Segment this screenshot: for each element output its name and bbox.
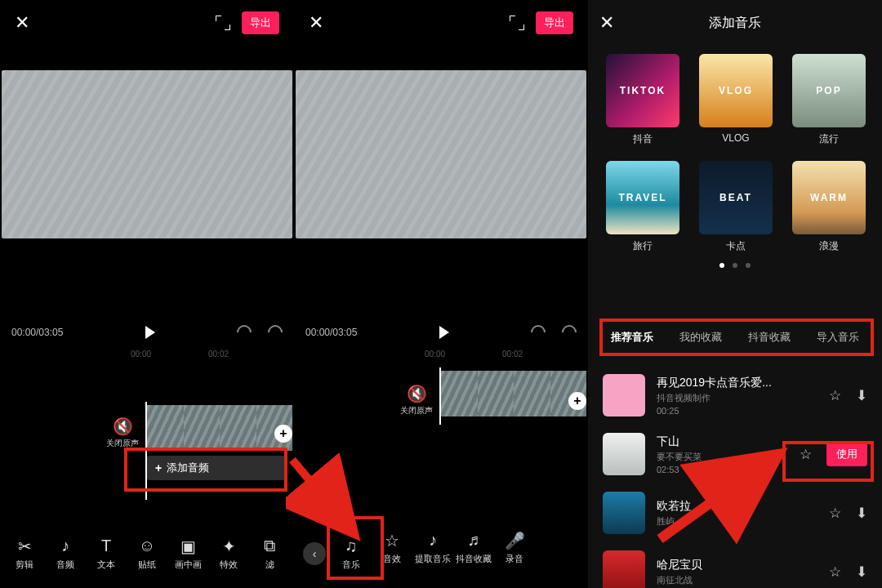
download-icon[interactable]: ⬇ [856, 387, 867, 404]
add-clip-button[interactable]: + [274, 425, 292, 443]
song-row[interactable]: 再见2019卡点音乐爱...抖音视频制作00:25☆⬇ [588, 366, 882, 425]
tool-icon: ⧉ [264, 537, 275, 555]
play-icon[interactable] [439, 326, 449, 339]
star-icon[interactable]: ☆ [829, 505, 841, 522]
song-actions: ☆使用 [800, 442, 867, 466]
clip-thumbnails[interactable] [147, 405, 292, 451]
fullscreen-icon[interactable] [510, 16, 524, 30]
undo-icon[interactable] [528, 322, 548, 342]
song-list[interactable]: 再见2019卡点音乐爱...抖音视频制作00:25☆⬇下山要不要买菜02:53☆… [588, 366, 882, 588]
toolbar-item-音乐[interactable]: ♫音乐 [333, 532, 369, 577]
tool-label: 滤 [265, 559, 274, 571]
toolbar-item-滤[interactable]: ⧉滤 [252, 537, 287, 571]
song-actions: ☆⬇ [829, 564, 867, 581]
mute-label: 关闭原声 [106, 439, 139, 448]
timeline-ruler: 00:00 00:02 [425, 350, 577, 361]
music-tab-我的收藏[interactable]: 我的收藏 [679, 330, 722, 345]
download-icon[interactable]: ⬇ [856, 505, 867, 522]
category-cover: BEAT [699, 161, 773, 234]
bottom-toolbar-main: ✂剪辑♪音频T文本☺贴纸▣画中画✦特效⧉滤 [0, 528, 294, 580]
export-button[interactable]: 导出 [536, 11, 573, 34]
song-info: 欧若拉胜屿 [657, 499, 817, 528]
time-display: 00:00/03:05 [11, 327, 63, 338]
tool-icon: ✂ [18, 537, 32, 555]
video-preview[interactable] [2, 70, 292, 238]
song-row[interactable]: 欧若拉胜屿☆⬇ [588, 483, 882, 542]
editor-screen-1: ✕ 导出 00:00/03:05 00:00 00:02 🔇 关闭原声 [0, 0, 294, 588]
song-artist: 胜屿 [657, 515, 817, 528]
add-audio-label: 添加音频 [167, 461, 209, 475]
mute-original-toggle[interactable]: 🔇 关闭原声 [106, 416, 139, 449]
redo-icon[interactable] [265, 322, 285, 342]
panel-header: ✕ 添加音乐 [588, 0, 882, 46]
tool-icon: ♪ [61, 537, 69, 555]
music-tab-导入音乐[interactable]: 导入音乐 [817, 330, 859, 345]
tool-icon: ✦ [222, 537, 236, 555]
category-label: 旅行 [633, 239, 653, 253]
category-浪漫[interactable]: WARM浪漫 [792, 161, 866, 253]
star-icon[interactable]: ☆ [829, 387, 841, 404]
tool-icon: ♬ [468, 532, 480, 550]
add-music-panel: ✕ 添加音乐 TIKTOK抖音VLOGVLOGPOP流行TRAVEL旅行BEAT… [588, 0, 882, 588]
speaker-icon: 🔇 [400, 384, 433, 403]
category-label: 卡点 [726, 239, 746, 253]
category-流行[interactable]: POP流行 [792, 54, 866, 146]
tool-label: 贴纸 [138, 559, 156, 571]
toolbar-item-抖音收藏[interactable]: ♬抖音收藏 [456, 532, 492, 577]
use-button[interactable]: 使用 [826, 442, 867, 466]
song-title: 再见2019卡点音乐爱... [657, 376, 817, 390]
download-icon[interactable]: ⬇ [856, 564, 867, 581]
time-bar: 00:00/03:05 [294, 320, 588, 345]
toolbar-item-音效[interactable]: ☆音效 [374, 532, 410, 577]
play-icon[interactable] [145, 326, 155, 339]
tool-label: 剪辑 [16, 559, 33, 571]
category-卡点[interactable]: BEAT卡点 [699, 161, 773, 253]
chevron-left-icon: ‹ [303, 542, 326, 565]
star-icon[interactable]: ☆ [829, 564, 841, 581]
tool-label: 特效 [220, 559, 238, 571]
mute-original-toggle[interactable]: 🔇 关闭原声 [400, 384, 433, 416]
tool-label: 音频 [56, 559, 74, 571]
toolbar-item-贴纸[interactable]: ☺贴纸 [129, 537, 165, 571]
bottom-toolbar-audio: ‹ ♫音乐☆音效♪提取音乐♬抖音收藏🎤录音 [294, 528, 588, 580]
redo-icon[interactable] [559, 322, 579, 342]
fullscreen-icon[interactable] [216, 16, 230, 30]
toolbar-item-录音[interactable]: 🎤录音 [497, 532, 532, 577]
top-bar: ✕ 导出 [294, 0, 588, 46]
export-button[interactable]: 导出 [242, 11, 279, 34]
tool-label: 提取音乐 [415, 553, 451, 565]
add-clip-button[interactable]: + [568, 392, 586, 410]
category-cover: VLOG [699, 54, 773, 127]
star-icon[interactable]: ☆ [800, 446, 812, 463]
close-icon[interactable]: ✕ [599, 12, 614, 33]
song-row[interactable]: 下山要不要买菜02:53☆使用 [588, 425, 882, 483]
add-audio-button[interactable]: + 添加音频 [147, 456, 286, 480]
timeline-ruler: 00:00 00:02 [131, 350, 283, 361]
category-抖音[interactable]: TIKTOK抖音 [606, 54, 679, 146]
toolbar-item-剪辑[interactable]: ✂剪辑 [7, 537, 42, 571]
editor-screen-2: ✕ 导出 00:00/03:05 00:00 00:02 🔇 关闭原声 [294, 0, 588, 588]
back-button[interactable]: ‹ [301, 542, 328, 565]
music-tab-推荐音乐[interactable]: 推荐音乐 [611, 330, 653, 345]
music-tab-抖音收藏[interactable]: 抖音收藏 [748, 330, 791, 345]
toolbar-item-文本[interactable]: T文本 [88, 537, 124, 571]
top-bar: ✕ 导出 [0, 0, 294, 46]
video-preview[interactable] [296, 70, 586, 238]
close-icon[interactable]: ✕ [309, 12, 323, 33]
category-VLOG[interactable]: VLOGVLOG [699, 54, 773, 146]
category-label: 抖音 [633, 132, 653, 146]
toolbar-item-音频[interactable]: ♪音频 [47, 537, 83, 571]
category-cover: POP [792, 54, 866, 127]
close-icon[interactable]: ✕ [15, 12, 29, 33]
toolbar-item-特效[interactable]: ✦特效 [211, 537, 247, 571]
category-旅行[interactable]: TRAVEL旅行 [606, 161, 679, 253]
toolbar-item-提取音乐[interactable]: ♪提取音乐 [415, 532, 451, 577]
page-dots[interactable] [588, 260, 882, 274]
clip-thumbnails[interactable] [441, 371, 586, 416]
undo-icon[interactable] [234, 322, 254, 342]
song-artist: 要不要买菜 [657, 451, 788, 463]
song-row[interactable]: 哈尼宝贝南征北战☆⬇ [588, 542, 882, 588]
category-grid: TIKTOK抖音VLOGVLOGPOP流行TRAVEL旅行BEAT卡点WARM浪… [588, 46, 882, 260]
toolbar-item-画中画[interactable]: ▣画中画 [170, 537, 206, 571]
tool-label: 音乐 [342, 559, 360, 571]
